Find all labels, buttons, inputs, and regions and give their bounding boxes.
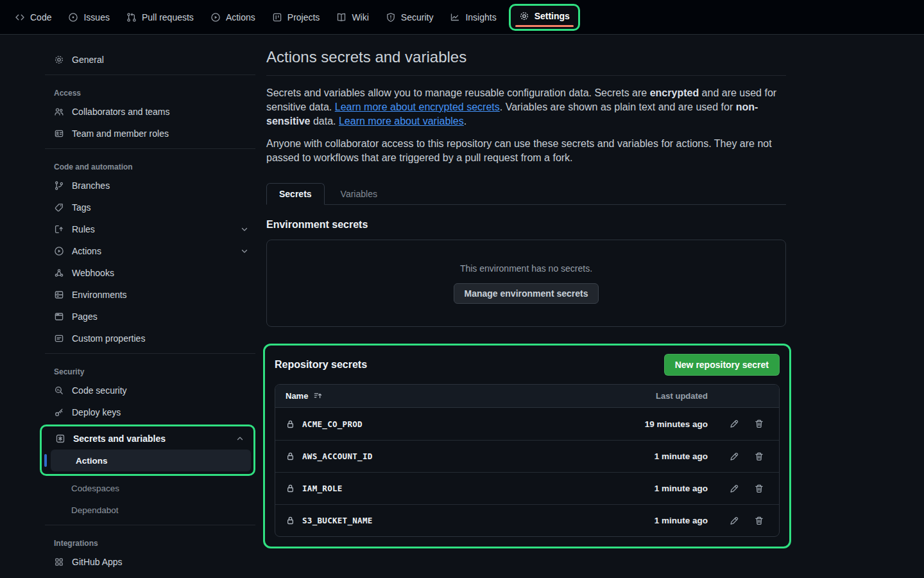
sidebar-subitem-codespaces[interactable]: Codespaces xyxy=(46,477,255,499)
sidebar-item-custom-properties[interactable]: Custom properties xyxy=(38,328,255,349)
table-row: IAM_ROLE 1 minute ago xyxy=(275,472,779,504)
lock-icon xyxy=(286,484,295,493)
link-encrypted-secrets[interactable]: Learn more about encrypted secrets xyxy=(335,101,500,112)
play-circle-icon xyxy=(210,12,221,22)
environment-secrets-box: This environment has no secrets. Manage … xyxy=(266,240,786,327)
sidebar-item-actions[interactable]: Actions xyxy=(38,240,255,262)
repository-secrets-table: Name Last updated ACME_CO_PROD 19 minute… xyxy=(275,384,780,537)
tab-secrets[interactable]: Secrets xyxy=(266,183,325,205)
repository-secrets-annotation-box: Repository secrets New repository secret… xyxy=(263,344,791,548)
tab-pull-requests[interactable]: Pull requests xyxy=(119,8,201,27)
table-row: S3_BUCKET_NAME 1 minute ago xyxy=(275,504,779,536)
pull-request-icon xyxy=(126,12,137,22)
codescan-icon xyxy=(54,385,64,396)
delete-secret-button[interactable] xyxy=(749,414,769,434)
delete-secret-button[interactable] xyxy=(749,511,769,530)
tab-variables[interactable]: Variables xyxy=(329,184,389,204)
tab-wiki[interactable]: Wiki xyxy=(329,8,375,27)
chevron-down-icon xyxy=(240,225,249,234)
settings-main-panel: Actions secrets and variables Secrets an… xyxy=(255,35,924,578)
edit-secret-button[interactable] xyxy=(724,511,744,530)
sidebar-item-code-security[interactable]: Code security xyxy=(38,380,255,401)
sidebar-divider xyxy=(45,353,255,354)
repo-tab-bar: Code Issues Pull requests Actions Projec… xyxy=(0,0,924,35)
sidebar-item-webhooks[interactable]: Webhooks xyxy=(38,262,255,284)
project-board-icon xyxy=(272,12,282,22)
secrets-variables-tabnav: Secrets Variables xyxy=(266,183,786,205)
git-branch-icon xyxy=(54,180,64,191)
tab-security[interactable]: Security xyxy=(379,8,441,27)
lock-icon xyxy=(286,451,295,461)
note-icon xyxy=(54,333,64,344)
sidebar-item-collaborators[interactable]: Collaborators and teams xyxy=(38,101,255,123)
sort-ascending-icon[interactable] xyxy=(313,391,323,401)
secret-name: AWS_ACCOUNT_ID xyxy=(302,451,373,461)
tab-issues[interactable]: Issues xyxy=(61,8,116,27)
secret-last-updated: 1 minute ago xyxy=(618,516,708,525)
book-icon xyxy=(336,12,346,22)
sidebar-item-github-apps[interactable]: GitHub Apps xyxy=(38,551,255,573)
secret-last-updated: 1 minute ago xyxy=(618,451,708,461)
chevron-down-icon xyxy=(240,247,249,256)
secret-last-updated: 19 minutes ago xyxy=(618,419,708,429)
code-icon xyxy=(15,12,25,22)
settings-annotation-box: Settings xyxy=(509,4,580,31)
environments-icon xyxy=(54,290,64,300)
column-name-label: Name xyxy=(286,391,308,401)
sidebar-item-email-notifications[interactable]: Email notifications xyxy=(38,573,255,578)
secret-last-updated: 1 minute ago xyxy=(618,484,708,493)
key-icon xyxy=(54,407,64,417)
sidebar-item-environments[interactable]: Environments xyxy=(38,284,255,306)
sidebar-item-tags[interactable]: Tags xyxy=(38,197,255,218)
sidebar-item-secrets-and-variables[interactable]: Secrets and variables xyxy=(43,428,251,450)
sidebar-item-rules[interactable]: Rules xyxy=(38,218,255,240)
sidebar-subitem-actions[interactable]: Actions xyxy=(51,450,251,471)
sidebar-item-team-roles[interactable]: Team and member roles xyxy=(38,123,255,144)
sidebar-item-general[interactable]: General xyxy=(38,49,255,71)
environment-empty-message: This environment has no secrets. xyxy=(460,263,592,274)
tab-settings[interactable]: Settings xyxy=(514,8,575,24)
active-indicator xyxy=(44,454,47,467)
sidebar-item-branches[interactable]: Branches xyxy=(38,175,255,197)
delete-secret-button[interactable] xyxy=(749,447,769,466)
apps-icon xyxy=(54,557,64,567)
sidebar-item-deploy-keys[interactable]: Deploy keys xyxy=(38,401,255,423)
sidebar-section-access: Access xyxy=(38,79,255,101)
table-row: ACME_CO_PROD 19 minutes ago xyxy=(275,408,779,440)
table-header-row: Name Last updated xyxy=(275,385,779,408)
tab-actions[interactable]: Actions xyxy=(203,8,262,27)
browser-icon xyxy=(54,311,64,322)
sidebar-item-pages[interactable]: Pages xyxy=(38,306,255,328)
sidebar-divider xyxy=(45,525,255,525)
lock-icon xyxy=(286,419,295,429)
new-repository-secret-button[interactable]: New repository secret xyxy=(664,354,780,376)
issue-opened-icon xyxy=(68,12,78,22)
edit-secret-button[interactable] xyxy=(724,447,744,466)
sidebar-subitem-dependabot[interactable]: Dependabot xyxy=(46,499,255,521)
key-asterisk-icon xyxy=(55,434,65,444)
intro-paragraph: Secrets and variables allow you to manag… xyxy=(266,86,786,128)
link-variables[interactable]: Learn more about variables xyxy=(339,116,464,127)
bold-encrypted: encrypted xyxy=(650,87,699,98)
edit-secret-button[interactable] xyxy=(724,414,744,434)
graph-icon xyxy=(450,12,460,22)
tab-projects[interactable]: Projects xyxy=(265,8,327,27)
tab-code[interactable]: Code xyxy=(8,8,58,27)
settings-sidebar: General Access Collaborators and teams T… xyxy=(38,35,255,578)
tab-insights[interactable]: Insights xyxy=(443,8,503,27)
manage-environment-secrets-button[interactable]: Manage environment secrets xyxy=(454,283,599,304)
delete-secret-button[interactable] xyxy=(749,479,769,498)
secret-name: ACME_CO_PROD xyxy=(302,419,363,429)
id-badge-icon xyxy=(54,128,64,139)
shield-icon xyxy=(386,12,396,22)
column-last-updated-label: Last updated xyxy=(618,391,708,401)
edit-secret-button[interactable] xyxy=(724,479,744,498)
sidebar-divider xyxy=(45,148,255,149)
environment-secrets-heading: Environment secrets xyxy=(266,219,786,231)
collaborator-note-paragraph: Anyone with collaborator access to this … xyxy=(266,137,786,165)
secrets-annotation-box: Secrets and variables Actions xyxy=(40,425,255,476)
chevron-up-icon xyxy=(235,434,244,443)
repository-secrets-heading: Repository secrets xyxy=(275,359,367,371)
table-row: AWS_ACCOUNT_ID 1 minute ago xyxy=(275,440,779,472)
gear-icon xyxy=(519,11,529,21)
